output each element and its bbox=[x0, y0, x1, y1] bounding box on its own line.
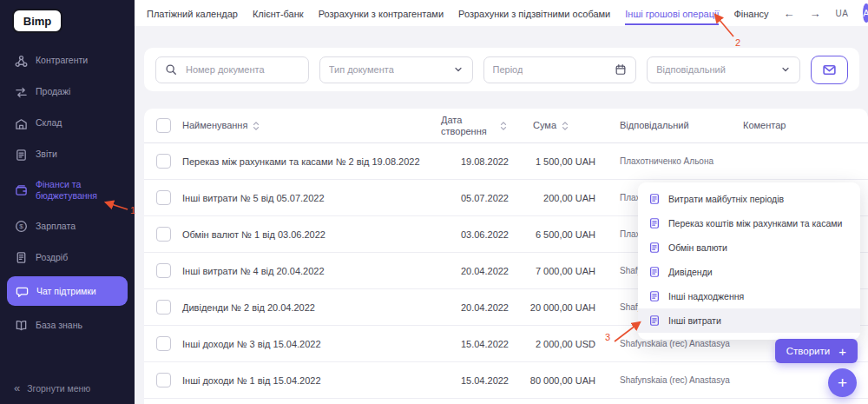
sort-date-button[interactable] bbox=[499, 120, 508, 132]
document-name: Інші доходи № 3 від 15.04.2022 bbox=[182, 339, 441, 349]
user-avatar[interactable]: A bbox=[863, 3, 868, 23]
menu-item-label: Витрати майбутніх періодів bbox=[668, 194, 784, 204]
calendar-icon bbox=[615, 63, 627, 76]
document-icon bbox=[648, 193, 661, 205]
tab-client-bank[interactable]: Клієнт-банк bbox=[253, 2, 304, 25]
sidebar-item-knowledge-base[interactable]: База знань bbox=[0, 309, 135, 341]
row-checkbox[interactable] bbox=[156, 154, 171, 169]
column-header-name: Найменування bbox=[182, 120, 441, 132]
row-checkbox[interactable] bbox=[156, 373, 171, 387]
sidebar: Bimp Контрагенти Продажі Склад Звіти bbox=[0, 0, 135, 404]
chat-icon bbox=[15, 284, 29, 298]
sidebar-item-retail[interactable]: Роздріб bbox=[0, 242, 135, 273]
table-row[interactable]: Інші доходи № 1 від 15.04.2022 15.04.202… bbox=[144, 362, 868, 399]
document-icon bbox=[648, 266, 661, 278]
menu-item-other-expenses[interactable]: Інші витрати bbox=[638, 308, 860, 333]
table-header-row: Найменування Дата створення Сума Відпові… bbox=[144, 109, 868, 143]
svg-text:$: $ bbox=[19, 222, 23, 230]
column-header-responsible: Відповідальний bbox=[620, 120, 743, 131]
document-date: 20.04.2022 bbox=[441, 266, 521, 276]
menu-item-deferred-expenses[interactable]: Витрати майбутніх періодів bbox=[638, 187, 860, 211]
row-checkbox[interactable] bbox=[156, 190, 171, 205]
document-name: Інші витрати № 5 від 05.07.2022 bbox=[182, 193, 441, 203]
document-icon bbox=[648, 290, 661, 302]
tab-other-money-operations[interactable]: Інші грошові операції bbox=[625, 2, 719, 25]
document-sum: 2 000,00 USD bbox=[521, 339, 620, 349]
create-button[interactable]: Створити + bbox=[775, 339, 858, 363]
column-header-comment: Коментар bbox=[743, 120, 868, 131]
tab-accountable-settlements[interactable]: Розрахунки з підзвітними особами bbox=[458, 2, 610, 25]
document-number-input[interactable] bbox=[184, 63, 299, 76]
document-date: 03.06.2022 bbox=[441, 229, 521, 240]
sidebar-item-label: Продажі bbox=[36, 86, 70, 97]
document-responsible: Shafynskaia (rec) Anastasya bbox=[620, 374, 743, 386]
knowledge-base-icon bbox=[14, 318, 28, 332]
select-all-checkbox[interactable] bbox=[156, 118, 171, 133]
sidebar-item-sales[interactable]: Продажі bbox=[0, 76, 135, 108]
menu-item-transfer-between-accounts[interactable]: Переказ коштів між рахунками та касами bbox=[638, 211, 860, 235]
add-fab-button[interactable]: + bbox=[828, 368, 857, 397]
tab-finance[interactable]: Фінансу bbox=[733, 2, 768, 25]
document-sum: 1 500,00 UAH bbox=[521, 156, 620, 167]
sidebar-item-label: Роздріб bbox=[36, 252, 68, 263]
main-area: Платіжний календар Клієнт-банк Розрахунк… bbox=[135, 0, 868, 404]
tab-payment-calendar[interactable]: Платіжний календар bbox=[147, 2, 238, 25]
sidebar-item-finance[interactable]: Фінанси та бюджетування bbox=[0, 170, 135, 210]
language-selector[interactable]: UA bbox=[836, 9, 849, 18]
sidebar-nav: Контрагенти Продажі Склад Звіти Фінанси … bbox=[0, 45, 135, 341]
sidebar-item-support-chat[interactable]: Чат підтримки bbox=[7, 276, 128, 306]
document-icon bbox=[648, 242, 661, 254]
row-checkbox[interactable] bbox=[156, 300, 171, 315]
column-header-sum: Сума bbox=[521, 120, 620, 132]
document-number-field[interactable] bbox=[155, 56, 309, 83]
sidebar-item-reports[interactable]: Звіти bbox=[0, 139, 135, 170]
document-name: Переказ між рахунками та касами № 2 від … bbox=[182, 156, 441, 167]
sidebar-item-label: Склад bbox=[36, 117, 62, 129]
retail-icon bbox=[14, 250, 28, 264]
sidebar-item-label: База знань bbox=[36, 320, 82, 331]
filter-bar: Тип документа Період Відповідальний bbox=[144, 48, 859, 91]
top-navigation: Платіжний календар Клієнт-банк Розрахунк… bbox=[135, 0, 868, 26]
collapse-menu-label: Згорнути меню bbox=[27, 383, 90, 394]
sort-name-button[interactable] bbox=[252, 120, 260, 132]
app-logo[interactable]: Bimp bbox=[12, 9, 62, 33]
menu-item-currency-exchange[interactable]: Обмін валюти bbox=[638, 235, 860, 260]
document-sum: 6 500,00 UAH bbox=[521, 229, 620, 240]
document-name: Дивіденди № 2 від 20.04.2022 bbox=[182, 302, 441, 313]
back-arrow-icon[interactable]: ← bbox=[784, 7, 795, 20]
document-date: 15.04.2022 bbox=[441, 375, 521, 386]
chevron-down-icon bbox=[453, 64, 464, 75]
menu-item-label: Дивіденди bbox=[668, 267, 713, 277]
table-row[interactable]: Переказ між рахунками та касами № 2 від … bbox=[144, 143, 868, 180]
search-icon bbox=[165, 63, 177, 76]
sidebar-item-label: Зарплата bbox=[36, 221, 76, 232]
row-checkbox[interactable] bbox=[156, 336, 171, 351]
responsible-select[interactable]: Відповідальний bbox=[647, 56, 800, 83]
collapse-menu-button[interactable]: « Згорнути меню bbox=[0, 374, 135, 404]
document-icon bbox=[648, 217, 661, 229]
forward-arrow-icon[interactable]: → bbox=[810, 7, 821, 20]
menu-item-other-income[interactable]: Інші надходження bbox=[638, 284, 860, 308]
menu-item-label: Обмін валюти bbox=[668, 242, 727, 253]
tab-contractor-settlements[interactable]: Розрахунки з контрагентами bbox=[319, 2, 444, 25]
sidebar-item-label: Контрагенти bbox=[36, 55, 88, 66]
sort-sum-button[interactable] bbox=[561, 120, 569, 132]
sidebar-item-contractors[interactable]: Контрагенти bbox=[0, 45, 135, 76]
envelope-icon bbox=[822, 63, 837, 77]
document-name: Інші доходи № 1 від 15.04.2022 bbox=[182, 375, 441, 386]
chevrons-left-icon: « bbox=[14, 382, 20, 394]
finance-icon bbox=[14, 183, 28, 197]
document-name: Інші витрати № 4 від 20.04.2022 bbox=[182, 266, 441, 276]
row-checkbox[interactable] bbox=[156, 263, 171, 278]
sidebar-item-warehouse[interactable]: Склад bbox=[0, 108, 135, 139]
sidebar-item-label: Чат підтримки bbox=[36, 286, 96, 297]
chevron-down-icon bbox=[780, 64, 791, 75]
sidebar-item-label: Звіти bbox=[36, 149, 57, 160]
mail-filter-button[interactable] bbox=[811, 56, 848, 84]
sidebar-item-salary[interactable]: $ Зарплата bbox=[0, 210, 135, 242]
document-responsible: Плахотниченко Альона bbox=[620, 156, 743, 167]
document-type-select[interactable]: Тип документа bbox=[319, 56, 473, 83]
period-field[interactable]: Період bbox=[483, 56, 637, 83]
menu-item-dividends[interactable]: Дивіденди bbox=[638, 260, 860, 284]
row-checkbox[interactable] bbox=[156, 227, 171, 242]
